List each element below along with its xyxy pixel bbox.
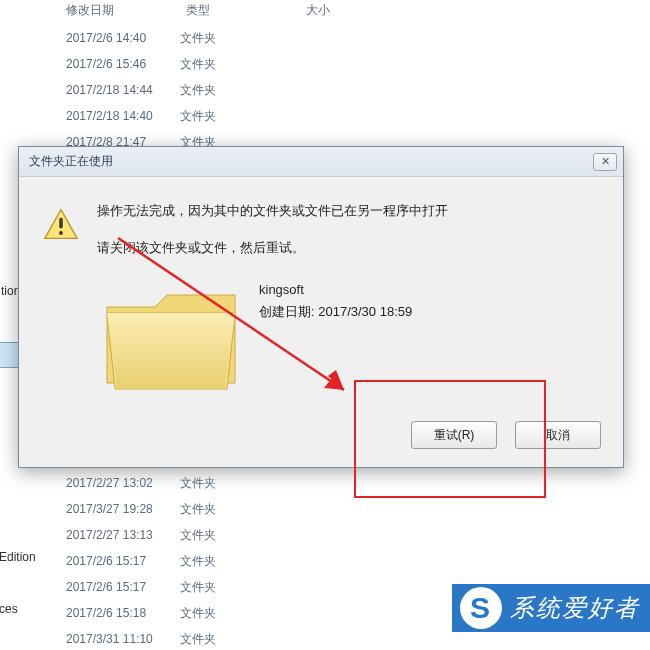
sidebar-fragment-lower: Edition ces <box>0 486 38 624</box>
dialog-titlebar[interactable]: 文件夹正在使用 ✕ <box>19 147 623 177</box>
cell-type: 文件夹 <box>180 108 300 125</box>
close-button[interactable]: ✕ <box>593 153 617 171</box>
col-date-header[interactable]: 修改日期 <box>0 0 180 21</box>
cell-type: 文件夹 <box>180 30 300 47</box>
cell-date: 2017/3/31 11:10 <box>0 632 180 646</box>
cell-type: 文件夹 <box>180 501 300 518</box>
cell-date: 2017/2/18 14:40 <box>0 109 180 123</box>
table-row[interactable]: 2017/2/6 15:18 文件夹 <box>0 600 300 626</box>
folder-icon <box>97 277 245 401</box>
file-list-lower: 2017/2/27 13:02 文件夹 2017/3/27 19:28 文件夹 … <box>0 470 300 650</box>
table-row[interactable]: 2017/3/27 19:28 文件夹 <box>0 496 300 522</box>
cell-type: 文件夹 <box>180 579 300 596</box>
dialog-body: 操作无法完成，因为其中的文件夹或文件已在另一程序中打开 请关闭该文件夹或文件，然… <box>19 177 623 467</box>
table-row[interactable]: 2017/2/6 15:46 文件夹 <box>0 51 650 77</box>
dialog-message-line1: 操作无法完成，因为其中的文件夹或文件已在另一程序中打开 <box>97 201 603 222</box>
watermark-text: 系统爱好者 <box>510 592 640 624</box>
dialog-title: 文件夹正在使用 <box>29 153 113 170</box>
folder-created-date: 创建日期: 2017/3/30 18:59 <box>259 301 412 323</box>
column-headers: 修改日期 类型 大小 <box>0 0 650 25</box>
watermark: S 系统爱好者 <box>452 584 650 632</box>
folder-in-use-dialog: 文件夹正在使用 ✕ 操作无法完成，因为其中的文件夹或文件已在另一程序中打开 请关… <box>18 146 624 468</box>
sidebar-item[interactable]: ces <box>0 598 38 624</box>
table-row[interactable]: 2017/2/6 15:17 文件夹 <box>0 574 300 600</box>
dialog-message-line2: 请关闭该文件夹或文件，然后重试。 <box>97 238 603 259</box>
cell-type: 文件夹 <box>180 82 300 99</box>
retry-button[interactable]: 重试(R) <box>411 421 497 449</box>
cancel-button[interactable]: 取消 <box>515 421 601 449</box>
table-row[interactable]: 2017/2/27 13:02 文件夹 <box>0 470 300 496</box>
dialog-buttons: 重试(R) 取消 <box>411 421 601 449</box>
col-type-header[interactable]: 类型 <box>180 0 300 21</box>
svg-point-2 <box>59 231 63 235</box>
folder-name: kingsoft <box>259 279 412 301</box>
cell-type: 文件夹 <box>180 605 300 622</box>
table-row[interactable]: 2017/2/27 13:13 文件夹 <box>0 522 300 548</box>
cell-type: 文件夹 <box>180 56 300 73</box>
close-icon: ✕ <box>601 155 610 168</box>
table-row[interactable]: 2017/2/18 14:40 文件夹 <box>0 103 650 129</box>
cell-type: 文件夹 <box>180 527 300 544</box>
svg-rect-1 <box>59 218 63 229</box>
table-row[interactable]: 2017/2/6 14:40 文件夹 <box>0 25 650 51</box>
cell-date: 2017/2/6 15:46 <box>0 57 180 71</box>
dialog-folder-block: kingsoft 创建日期: 2017/3/30 18:59 <box>97 277 603 401</box>
dialog-folder-meta: kingsoft 创建日期: 2017/3/30 18:59 <box>259 277 412 401</box>
cell-type: 文件夹 <box>180 475 300 492</box>
watermark-logo-icon: S <box>460 587 502 629</box>
cell-date: 2017/2/6 14:40 <box>0 31 180 45</box>
sidebar-item[interactable]: Edition <box>0 546 38 572</box>
dialog-message: 操作无法完成，因为其中的文件夹或文件已在另一程序中打开 请关闭该文件夹或文件，然… <box>97 201 603 259</box>
cell-type: 文件夹 <box>180 553 300 570</box>
table-row[interactable]: 2017/2/6 15:17 文件夹 <box>0 548 300 574</box>
table-row[interactable]: 2017/3/31 11:10 文件夹 <box>0 626 300 650</box>
col-size-header[interactable]: 大小 <box>300 0 400 21</box>
warning-icon <box>43 207 79 241</box>
file-list: 修改日期 类型 大小 2017/2/6 14:40 文件夹 2017/2/6 1… <box>0 0 650 155</box>
table-row[interactable]: 2017/2/18 14:44 文件夹 <box>0 77 650 103</box>
cell-type: 文件夹 <box>180 631 300 648</box>
cell-date: 2017/2/18 14:44 <box>0 83 180 97</box>
